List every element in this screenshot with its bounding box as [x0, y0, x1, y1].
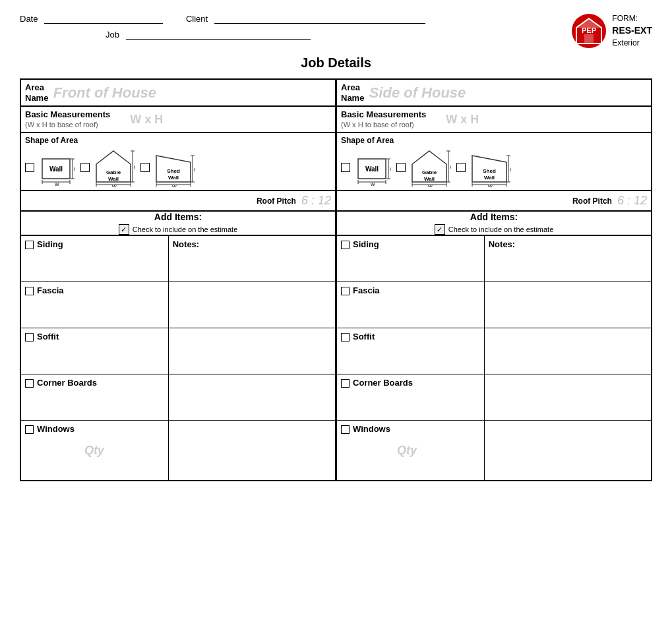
svg-text:H: H	[74, 167, 75, 171]
right-wall-checkbox[interactable]	[341, 163, 350, 172]
right-roof-pitch-value: 6 : 12	[617, 194, 647, 208]
svg-text:Gable: Gable	[422, 169, 437, 175]
right-meas-title: Basic Measurements	[341, 109, 426, 119]
job-row: Job	[20, 29, 558, 40]
svg-text:Wall: Wall	[484, 175, 495, 181]
left-wall-checkbox[interactable]	[25, 163, 34, 172]
left-notes-fascia[interactable]	[169, 282, 335, 328]
svg-text:Wall: Wall	[365, 165, 379, 173]
left-soffit-checkbox[interactable]	[25, 333, 34, 341]
left-notes-windows[interactable]	[169, 421, 335, 480]
right-windows-checkbox[interactable]	[341, 425, 350, 434]
left-gable-checkbox[interactable]	[80, 163, 90, 172]
right-soffit-label: Soffit	[353, 332, 375, 341]
items-row: Siding Fascia Soffit Corne	[20, 235, 652, 481]
shape-row: Shape of Area Wall H	[20, 133, 652, 212]
right-windows-row: Windows Qty	[337, 421, 484, 480]
left-siding-checkbox[interactable]	[25, 241, 34, 249]
left-shed-checkbox[interactable]	[140, 163, 150, 172]
left-notes-soffit[interactable]	[169, 328, 335, 374]
left-roof-pitch-label: Roof Pitch	[257, 196, 296, 206]
svg-text:H: H	[194, 167, 195, 172]
measurements-row: Basic Measurements (W x H to base of roo…	[20, 107, 652, 133]
right-fascia-label: Fascia	[353, 285, 379, 295]
left-gable-option: Gable Wall H W	[80, 148, 135, 187]
right-notes-header: Notes:	[485, 236, 651, 282]
left-windows-checkbox[interactable]	[25, 425, 34, 434]
left-items-container: Siding Fascia Soffit Corne	[21, 236, 335, 480]
svg-rect-3	[584, 34, 594, 44]
gable-shape-svg: Gable Wall H W	[92, 148, 135, 187]
left-meas-subtitle: (W x H to base of roof)	[25, 121, 98, 129]
right-siding-checkbox[interactable]	[341, 241, 350, 249]
right-notes-windows[interactable]	[485, 421, 651, 480]
right-notes-soffit[interactable]	[485, 328, 651, 374]
left-notes-cornerboards[interactable]	[169, 374, 335, 421]
right-meas-wxh: W x H	[446, 113, 479, 127]
add-items-row: Add Items: ✓ Check to include on the est…	[20, 211, 652, 235]
right-cornerboards-row: Corner Boards	[337, 374, 484, 421]
right-cornerboards-checkbox[interactable]	[341, 379, 350, 388]
date-input[interactable]	[44, 13, 163, 24]
client-label: Client	[186, 14, 208, 24]
left-shape-options: Wall H W	[25, 148, 331, 187]
right-items-container: Siding Fascia Soffit Corne	[337, 236, 651, 480]
form-name: RES-EXT	[612, 24, 652, 38]
right-notes-cornerboards[interactable]	[485, 374, 651, 421]
right-fascia-checkbox[interactable]	[341, 287, 350, 295]
main-table: AreaName Front of House AreaName Side of…	[20, 78, 652, 481]
left-cornerboards-checkbox[interactable]	[25, 379, 34, 388]
svg-text:H: H	[450, 165, 451, 169]
right-cornerboards-label: Corner Boards	[353, 378, 413, 388]
date-label: Date	[20, 14, 38, 24]
right-add-items-title: Add Items:	[337, 212, 651, 222]
right-shed-shape-svg: Shed Wall H W	[468, 148, 511, 187]
left-fascia-checkbox[interactable]	[25, 287, 34, 295]
right-soffit-row: Soffit	[337, 328, 484, 374]
right-siding-row: Siding	[337, 236, 484, 282]
left-items-cell: Siding Fascia Soffit Corne	[20, 235, 336, 481]
right-item-labels: Siding Fascia Soffit Corne	[337, 236, 485, 480]
right-notes-fascia[interactable]	[485, 282, 651, 328]
svg-text:PEP: PEP	[582, 26, 596, 34]
right-shed-checkbox[interactable]	[456, 163, 466, 172]
right-area-label: AreaName	[341, 82, 364, 103]
svg-text:Shed: Shed	[167, 168, 180, 174]
left-windows-row: Windows Qty	[21, 421, 168, 480]
right-add-items-cell: Add Items: ✓ Check to include on the est…	[336, 211, 652, 235]
right-area-value: Side of House	[369, 84, 466, 102]
left-meas-wxh: W x H	[130, 113, 163, 127]
left-roof-pitch-value: 6 : 12	[301, 194, 331, 208]
header: Date Client Job PEP FORM: RES-EXT Exteri…	[20, 13, 652, 49]
right-check-text: Check to include on the estimate	[448, 225, 554, 233]
right-notes-label: Notes:	[489, 239, 515, 249]
page-title: Job Details	[20, 55, 652, 71]
shed-shape-svg: Shed Wall H W	[152, 148, 195, 187]
svg-text:Gable: Gable	[106, 169, 121, 175]
svg-text:W: W	[371, 182, 375, 186]
left-shape-title: Shape of Area	[25, 136, 331, 145]
right-area-name-cell: AreaName Side of House	[336, 79, 652, 107]
job-input[interactable]	[126, 29, 311, 40]
right-check-instruction: ✓ Check to include on the estimate	[337, 224, 651, 235]
left-siding-label: Siding	[37, 239, 63, 249]
right-shape-title: Shape of Area	[341, 136, 647, 145]
form-label: FORM:	[612, 13, 652, 24]
right-soffit-checkbox[interactable]	[341, 333, 350, 341]
right-wall-option: Wall H W	[341, 150, 391, 186]
left-item-labels: Siding Fascia Soffit Corne	[21, 236, 169, 480]
left-shed-option: Shed Wall H W	[140, 148, 195, 187]
left-add-items-title: Add Items:	[21, 212, 335, 222]
left-shape-cell: Shape of Area Wall H	[20, 133, 336, 212]
client-input[interactable]	[214, 13, 425, 24]
wall-shape-svg: Wall H W	[37, 150, 75, 186]
left-fascia-row: Fascia	[21, 282, 168, 328]
right-roof-pitch-label: Roof Pitch	[572, 196, 612, 206]
svg-text:Wall: Wall	[424, 176, 435, 182]
right-shape-cell: Shape of Area Wall H	[336, 133, 652, 212]
right-meas-cell: Basic Measurements (W x H to base of roo…	[336, 107, 652, 133]
svg-text:H: H	[510, 167, 511, 172]
left-add-items-cell: Add Items: ✓ Check to include on the est…	[20, 211, 336, 235]
right-gable-checkbox[interactable]	[396, 163, 406, 172]
right-wall-shape-svg: Wall H W	[353, 150, 391, 186]
